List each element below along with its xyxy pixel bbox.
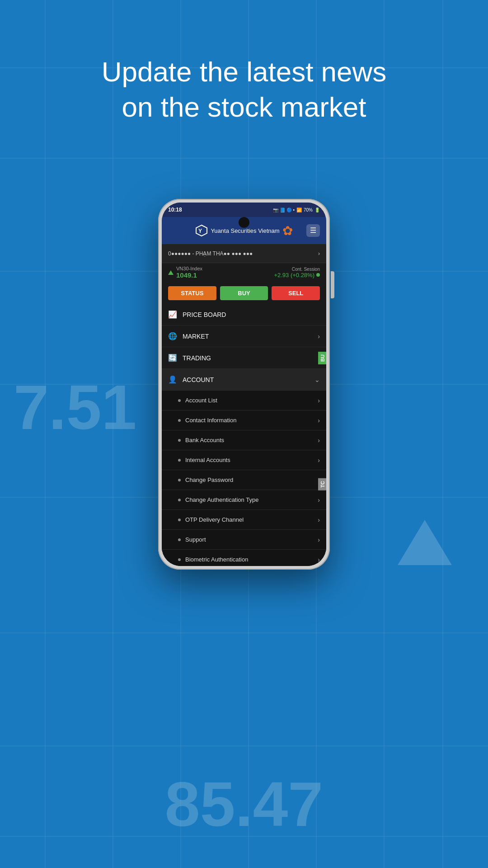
contact-info-label: Contact Information <box>185 417 236 424</box>
account-menu-header[interactable]: 👤 ACCOUNT ⌄ <box>162 369 326 391</box>
submenu-bank-accounts[interactable]: Bank Accounts › <box>162 430 326 450</box>
sub-dot-icon <box>178 479 181 481</box>
sub-dot-icon <box>178 399 181 402</box>
change-auth-type-label: Change Authentication Type <box>185 496 258 503</box>
account-label: ACCOUNT <box>183 376 214 383</box>
biometric-auth-arrow: › <box>318 556 320 563</box>
bank-accounts-arrow: › <box>318 437 320 444</box>
status-icons: 📷 📘 🔵 • 📶 70% 🔋 <box>273 208 320 212</box>
bg-triangle-decoration <box>398 520 452 565</box>
bg-number-bottom: 85.47 <box>165 768 323 841</box>
status-bar: 10:18 📷 📘 🔵 • 📶 70% 🔋 <box>162 203 326 217</box>
price-board-label: PRICE BOARD <box>183 311 226 318</box>
index-change: +2.93 (+0.28%) <box>274 272 314 278</box>
hamburger-menu-button[interactable]: ☰ <box>306 224 320 237</box>
up-triangle-icon <box>168 270 174 275</box>
market-label: MARKET <box>183 333 209 340</box>
index-value: 1049.1 <box>176 271 202 279</box>
bu-overlay-button[interactable]: BU <box>318 352 326 364</box>
status-time: 10:18 <box>168 207 182 213</box>
headline-text: Update the latest news on the stock mark… <box>0 54 488 124</box>
trading-icon: 🔄 <box>168 354 177 362</box>
flower-icon: ✿ <box>282 223 293 238</box>
submenu-internal-accounts[interactable]: Internal Accounts › <box>162 450 326 470</box>
account-arrow: › <box>318 250 320 257</box>
account-list-label: Account List <box>185 397 217 404</box>
user-account-row[interactable]: 0●●●●●● - PHẠM THA●● ●●● ●●● › <box>162 244 326 263</box>
account-display: 0●●●●●● - PHẠM THA●● ●●● ●●● <box>168 250 253 257</box>
sub-dot-icon <box>178 419 181 422</box>
submenu-contact-information[interactable]: Contact Information › <box>162 410 326 430</box>
battery-indicator: 70% <box>304 208 313 212</box>
phone-camera <box>239 217 249 228</box>
submenu-support[interactable]: Support › <box>162 530 326 550</box>
live-indicator <box>316 273 320 277</box>
internal-accounts-arrow: › <box>318 457 320 464</box>
phone-mockup: 10:18 📷 📘 🔵 • 📶 70% 🔋 Y Yuanta Securit <box>158 199 330 570</box>
sub-dot-icon <box>178 499 181 501</box>
bank-accounts-label: Bank Accounts <box>185 437 224 443</box>
logo-text: Yuanta Securities Vietnam <box>211 227 279 234</box>
index-label: VN30-Index <box>176 266 202 271</box>
cont-session-label: Cont. Session <box>274 267 320 272</box>
biometric-auth-label: Biometric Authentication <box>185 556 248 563</box>
internal-accounts-label: Internal Accounts <box>185 457 230 463</box>
submenu-account-list[interactable]: Account List › <box>162 391 326 410</box>
sub-dot-icon <box>178 558 181 561</box>
notification-icons: 📷 📘 🔵 • <box>273 208 295 212</box>
contact-info-arrow: › <box>318 417 320 424</box>
sub-dot-icon <box>178 439 181 442</box>
change-password-label: Change Password <box>185 476 233 483</box>
otp-delivery-label: OTP Delivery Channel <box>185 516 244 523</box>
sub-dot-icon <box>178 519 181 521</box>
account-chevron-icon: ⌄ <box>314 376 320 383</box>
otp-delivery-arrow: › <box>318 516 320 524</box>
price-board-icon: 📈 <box>168 310 177 319</box>
market-icon: 🌐 <box>168 332 177 340</box>
submenu-change-auth-type[interactable]: Change Authentication Type › <box>162 490 326 510</box>
support-label: Support <box>185 536 206 543</box>
account-list-arrow: › <box>318 397 320 404</box>
bg-number-left: 7.51 <box>14 371 136 444</box>
change-auth-type-arrow: › <box>318 496 320 504</box>
sub-dot-icon <box>178 459 181 462</box>
battery-icon: 🔋 <box>314 208 320 212</box>
sub-dot-icon <box>178 538 181 541</box>
support-arrow: › <box>318 536 320 543</box>
submenu-biometric-auth[interactable]: Biometric Authentication › <box>162 550 326 566</box>
menu-item-trading[interactable]: 🔄 TRADING › <box>162 347 326 369</box>
market-arrow: › <box>318 333 320 340</box>
index-row: VN30-Index 1049.1 Cont. Session +2.93 (+… <box>162 263 326 283</box>
trading-label: TRADING <box>183 354 211 362</box>
phone-side-button <box>331 271 334 298</box>
svg-text:Y: Y <box>198 228 202 234</box>
tc-overlay-button[interactable]: TC <box>318 478 326 491</box>
menu-item-price-board[interactable]: 📈 PRICE BOARD <box>162 304 326 326</box>
action-buttons-row: STATUS BUY SELL <box>162 283 326 304</box>
submenu-otp-delivery[interactable]: OTP Delivery Channel › <box>162 510 326 530</box>
wifi-icon: 📶 <box>296 208 302 212</box>
menu-item-market[interactable]: 🌐 MARKET › <box>162 326 326 347</box>
sell-button[interactable]: SELL <box>272 286 320 300</box>
buy-button[interactable]: BUY <box>220 286 268 300</box>
main-menu: 📈 PRICE BOARD 🌐 MARKET › 🔄 <box>162 304 326 566</box>
account-icon: 👤 <box>168 375 177 384</box>
status-button[interactable]: STATUS <box>168 286 216 300</box>
submenu-change-password[interactable]: Change Password › <box>162 470 326 490</box>
